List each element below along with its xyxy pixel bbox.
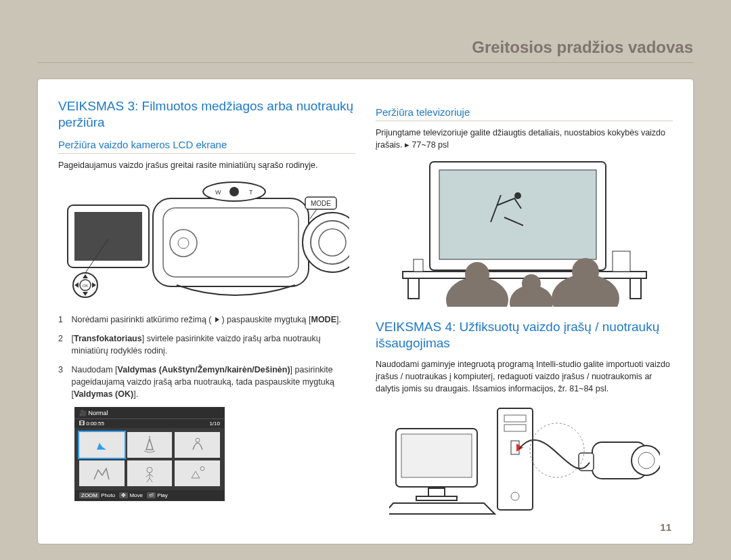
text-bold: Valdymas (OK) xyxy=(74,389,133,399)
pc-svg xyxy=(389,402,660,517)
text-bold: Valdymas (Aukštyn/Žemyn/kairėn/Dešinėn) xyxy=(118,365,290,374)
svg-point-51 xyxy=(530,423,584,477)
svg-rect-24 xyxy=(439,170,596,259)
play-label: Play xyxy=(157,492,168,498)
svg-rect-30 xyxy=(613,251,630,272)
move-chip: ✥ xyxy=(119,492,128,498)
tv-subheading: Peržiūra televizoriuje xyxy=(376,106,673,121)
svg-rect-27 xyxy=(408,278,419,299)
page-number: 11 xyxy=(660,521,671,533)
mode-button-label: MODE xyxy=(311,200,331,207)
zoom-chip: ZOOM xyxy=(79,492,99,498)
lcd-subheading: Peržiūra vaizdo kameros LCD ekrane xyxy=(58,139,355,154)
instruction-2: 2 [Transfokatoriaus] svirtele pasirinkit… xyxy=(58,332,355,357)
svg-rect-39 xyxy=(428,488,445,496)
thumb-2 xyxy=(127,432,173,458)
thumb-time: 0:00:55 xyxy=(86,421,104,427)
svg-point-25 xyxy=(514,192,521,199)
svg-rect-28 xyxy=(630,278,641,299)
svg-point-12 xyxy=(229,187,239,196)
left-column: VEIKSMAS 3: Filmuotos medžiagos arba nuo… xyxy=(58,98,355,523)
text: ]. xyxy=(336,315,341,324)
text-bold: Transfokatoriaus xyxy=(74,334,142,343)
text: ]. xyxy=(133,389,138,399)
text: Norėdami pasirinkti atkūrimo režimą ( xyxy=(71,315,211,324)
tv-figure xyxy=(376,158,673,307)
svg-point-22 xyxy=(200,467,204,471)
instruction-1: 1 Norėdami pasirinkti atkūrimo režimą ( … xyxy=(58,314,355,326)
step-number-3: 3 xyxy=(58,364,69,376)
step4-heading: VEIKSMAS 4: Užfiksuotų vaizdo įrašų / nu… xyxy=(376,319,673,351)
lcd-body-text: Pageidaujamus vaizdo įrašus greitai rasi… xyxy=(58,159,355,171)
move-label: Move xyxy=(129,492,143,498)
play-mode-icon xyxy=(215,317,219,322)
svg-rect-29 xyxy=(414,259,423,272)
play-chip: ⏎ xyxy=(147,492,156,498)
thumbnail-panel: 🎥 Normal 🎞 0:00:55 1/10 xyxy=(74,407,225,501)
content-sheet: VEIKSMAS 3: Filmuotos medžiagos arba nuo… xyxy=(38,79,693,544)
svg-point-36 xyxy=(572,258,599,285)
tv-body-text: Prijungtame televizoriuje galite džiaugt… xyxy=(376,127,673,151)
camcorder-svg: OK W T xyxy=(65,178,349,307)
thumb-6 xyxy=(175,460,220,486)
zoom-t-label: T xyxy=(249,189,253,196)
step-number-1: 1 xyxy=(58,314,69,326)
film-icon: 🎞 0:00:55 xyxy=(79,421,104,427)
text-bold: MODE xyxy=(311,315,336,324)
text: ) paspauskite mygtuką [ xyxy=(221,315,311,324)
right-column: Peržiūra televizoriuje Prijungtame telev… xyxy=(376,98,673,523)
svg-rect-41 xyxy=(497,408,533,510)
instruction-3: 3 Naudodam [Valdymas (Aukštyn/Žemyn/kair… xyxy=(58,364,355,400)
svg-point-21 xyxy=(147,467,152,473)
step3-heading: VEIKSMAS 3: Filmuotos medžiagos arba nuo… xyxy=(58,98,355,131)
step4-body-text: Naudodami gaminyje integruotą programą I… xyxy=(376,358,673,395)
pc-figure xyxy=(376,402,673,517)
thumb-5 xyxy=(127,460,173,486)
svg-rect-9 xyxy=(153,198,309,286)
step-number-2: 2 xyxy=(58,332,69,345)
zoom-label: Photo xyxy=(101,492,115,498)
svg-rect-40 xyxy=(416,496,457,500)
svg-rect-38 xyxy=(401,434,472,477)
thumb-1 xyxy=(79,432,125,458)
text: Naudodam [ xyxy=(71,365,117,374)
svg-point-34 xyxy=(522,274,541,293)
ok-label: OK xyxy=(82,284,88,288)
thumb-count: 1/10 xyxy=(209,421,220,427)
page-title: Greitosios pradžios vadovas xyxy=(38,38,693,63)
thumb-mode: Normal xyxy=(89,410,108,416)
svg-point-48 xyxy=(632,446,660,475)
svg-point-20 xyxy=(196,438,200,442)
camcorder-figure: OK W T xyxy=(58,178,355,307)
svg-point-32 xyxy=(465,262,489,286)
zoom-w-label: W xyxy=(215,189,221,196)
thumb-4 xyxy=(79,460,125,486)
svg-rect-1 xyxy=(74,212,142,261)
thumb-3 xyxy=(175,432,220,458)
tv-svg xyxy=(389,158,660,307)
